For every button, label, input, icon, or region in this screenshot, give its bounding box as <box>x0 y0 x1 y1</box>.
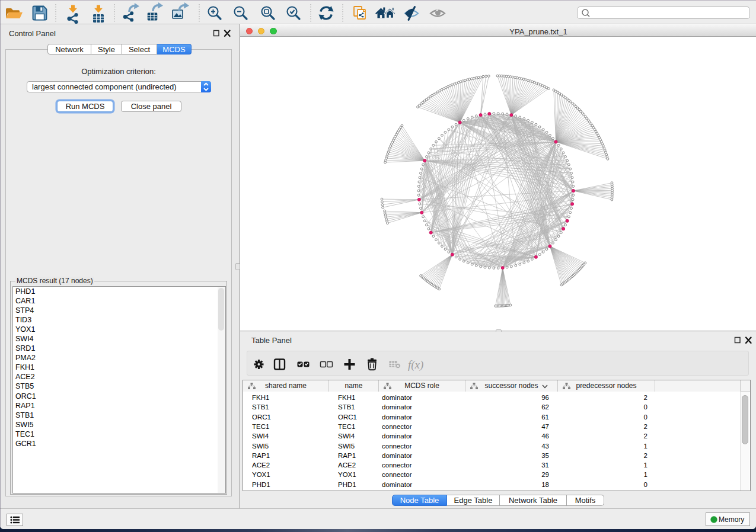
svg-text:f(x): f(x) <box>408 358 423 371</box>
